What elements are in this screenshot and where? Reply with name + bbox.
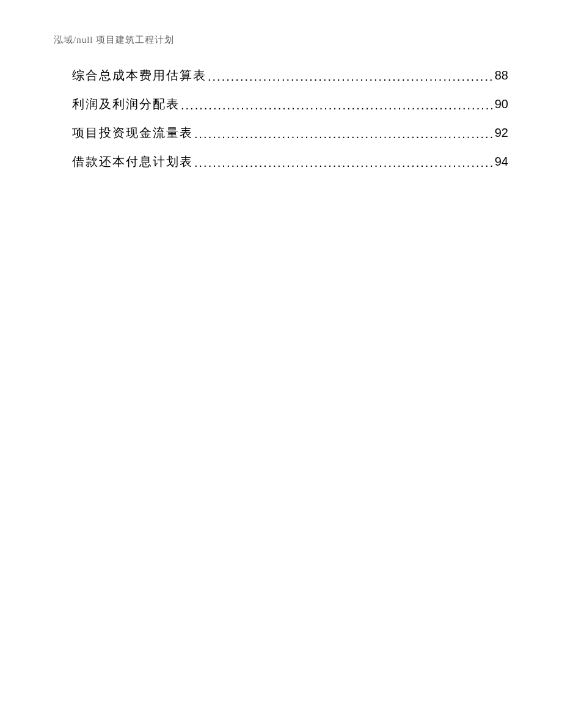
toc-page-number: 90 — [495, 97, 508, 111]
table-of-contents: 综合总成本费用估算表 88 利润及利润分配表 90 项目投资现金流量表 92 借… — [72, 67, 508, 182]
toc-entry: 利润及利润分配表 90 — [72, 96, 508, 112]
toc-title: 综合总成本费用估算表 — [72, 67, 206, 84]
toc-leader-dots — [194, 156, 494, 170]
toc-title: 利润及利润分配表 — [72, 96, 180, 112]
toc-title: 借款还本付息计划表 — [72, 153, 193, 170]
toc-entry: 项目投资现金流量表 92 — [72, 125, 508, 141]
toc-leader-dots — [208, 70, 494, 84]
toc-leader-dots — [181, 98, 494, 112]
toc-page-number: 94 — [495, 155, 508, 169]
page-header: 泓域/null 项目建筑工程计划 — [54, 34, 174, 46]
toc-leader-dots — [194, 127, 494, 141]
toc-entry: 借款还本付息计划表 94 — [72, 153, 508, 170]
toc-entry: 综合总成本费用估算表 88 — [72, 67, 508, 84]
toc-title: 项目投资现金流量表 — [72, 125, 193, 141]
toc-page-number: 92 — [495, 126, 508, 140]
toc-page-number: 88 — [495, 68, 508, 83]
